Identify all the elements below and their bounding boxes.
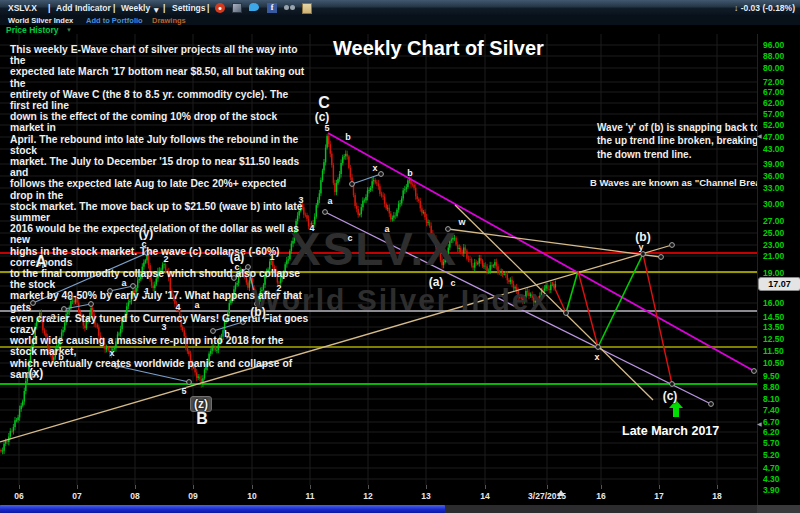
price-tick-label: 96.00 [763, 40, 784, 50]
wave-label[interactable]: c [67, 292, 72, 302]
price-tick-label: 30.00 [763, 199, 784, 209]
symbol-label[interactable]: XSLV.X [8, 3, 37, 13]
time-tick-mark [135, 485, 136, 489]
settings-button[interactable]: Settings [172, 3, 206, 13]
price-tick-label: 16.00 [763, 298, 784, 308]
wave-label[interactable]: c [141, 239, 146, 249]
price-tick-label: 36.00 [763, 171, 784, 181]
price-tick-label: 47.00 [763, 132, 784, 142]
wave-label[interactable]: 5 [324, 123, 329, 133]
wave-label[interactable]: (c) [315, 110, 330, 124]
add-to-portfolio-link[interactable]: Add to Portfolio [86, 16, 143, 25]
price-tick-label: 5.20 [763, 450, 780, 460]
wave-label[interactable]: a [194, 300, 199, 310]
symbol-subbar: World Silver Index Add to Portfolio Draw… [0, 15, 800, 25]
price-tick-label: 7.40 [763, 405, 780, 415]
wave-label[interactable]: w [458, 217, 465, 227]
wave-label[interactable]: (z) [190, 396, 212, 412]
price-tick-label: 33.00 [763, 183, 784, 193]
wave-label[interactable]: b [407, 168, 413, 178]
binoculars-icon[interactable] [284, 3, 295, 13]
wave-label[interactable]: (b) [250, 305, 265, 319]
wave-label[interactable]: 4 [309, 223, 314, 233]
wave-label[interactable]: b [58, 352, 64, 362]
time-scrollbar-track[interactable] [0, 505, 757, 513]
wave-label[interactable]: B [196, 410, 208, 428]
wave-label[interactable]: a [327, 196, 332, 206]
price-tick-label: 5.70 [763, 438, 780, 448]
wave-label[interactable]: b [345, 132, 351, 142]
price-tick-label: 23.00 [763, 240, 784, 250]
price-tick-label: 8.80 [763, 382, 780, 392]
wave-label[interactable]: 5 [181, 386, 186, 396]
wave-label[interactable]: x [594, 352, 599, 362]
time-tick-label: 18 [712, 491, 721, 501]
wave-label[interactable]: a [50, 311, 55, 321]
time-tick-label: 17 [654, 491, 663, 501]
price-tick-label: 43.00 [763, 144, 784, 154]
symbol-name-label: World Silver Index [8, 16, 73, 25]
price-tick-label: 80.00 [763, 63, 784, 73]
wave-label[interactable]: c [450, 278, 455, 288]
timeframe-dropdown[interactable]: Weekly [121, 3, 150, 13]
time-scrollbar-thumb[interactable] [0, 505, 445, 513]
wave-label[interactable]: c [234, 262, 239, 272]
notepad-icon[interactable] [302, 3, 312, 14]
time-tick-mark [547, 485, 548, 489]
wave-label[interactable]: (x) [29, 366, 44, 380]
wave-label[interactable]: 2 [163, 254, 168, 264]
cube-icon[interactable] [232, 3, 242, 13]
wave-label[interactable]: (a) [429, 275, 444, 289]
price-tick-label: 88.00 [763, 51, 784, 61]
wave-label[interactable]: (c) [663, 389, 678, 403]
wave-label[interactable]: 3 [161, 322, 166, 332]
wave-label[interactable]: a [384, 224, 389, 234]
proj-red-1[interactable] [552, 282, 566, 313]
alarm-icon[interactable] [215, 3, 225, 13]
price-tick-label: 8.10 [763, 394, 780, 404]
wave-label[interactable]: x [372, 163, 377, 173]
price-axis[interactable]: 96.0088.0080.0072.0067.0062.0057.0052.00… [757, 34, 800, 505]
time-tick-mark [368, 485, 369, 489]
time-tick-mark [717, 485, 718, 489]
wave-label[interactable]: 1 [269, 252, 274, 262]
wave-label[interactable]: y [638, 242, 643, 252]
charting-app-window: XSLV.X | Add Indicator | Weekly ▼ | Sett… [0, 0, 800, 513]
time-tick-label: 09 [188, 491, 197, 501]
add-indicator-button[interactable]: Add Indicator [56, 3, 111, 13]
wave-label[interactable]: a [121, 278, 126, 288]
proj-green-2[interactable] [598, 254, 643, 347]
time-tick-mark [252, 485, 253, 489]
time-tick-label: 12 [363, 491, 372, 501]
wave-label[interactable]: A [35, 253, 47, 271]
wave-label[interactable]: 3 [298, 195, 303, 205]
price-tick-label: 14.50 [763, 312, 784, 322]
wave-label[interactable]: c [347, 233, 352, 243]
chevron-down-icon[interactable]: ▼ [66, 27, 72, 33]
wave-label[interactable]: 2 [276, 283, 281, 293]
wave-label[interactable]: (y) [139, 226, 154, 240]
toolbar-separator: | [163, 3, 165, 13]
price-tick-label: 72.00 [763, 77, 784, 87]
price-tick-label: 6.70 [763, 417, 780, 427]
twitter-icon[interactable] [249, 3, 259, 11]
facebook-icon[interactable]: f [267, 3, 277, 13]
proj-green-1[interactable] [566, 271, 578, 313]
chevron-down-icon[interactable]: ▼ [152, 5, 160, 15]
price-tick-label: 6.20 [763, 427, 780, 437]
axis-marker-icon: ◀ [757, 420, 762, 427]
price-tick-label: 21.00 [763, 251, 784, 261]
indicator-row: Price History ▼ [0, 25, 800, 34]
price-tick-label: 25.00 [763, 228, 784, 238]
note-late-march: Late March 2017 [622, 424, 719, 438]
time-axis[interactable]: 0607080910111213143/27/2015161718 [0, 485, 757, 505]
price-tick-label: 4.70 [763, 463, 780, 473]
wave-label[interactable]: x [109, 348, 114, 358]
wave-label[interactable]: b [224, 329, 230, 339]
wave-label[interactable]: 1 [144, 286, 149, 296]
time-tick-label: 08 [130, 491, 139, 501]
wave-label[interactable]: 4 [175, 302, 180, 312]
chart-title: Weekly Chart of Silver [333, 37, 544, 60]
time-tick-mark [193, 485, 194, 489]
drawings-link[interactable]: Drawings [152, 16, 186, 25]
